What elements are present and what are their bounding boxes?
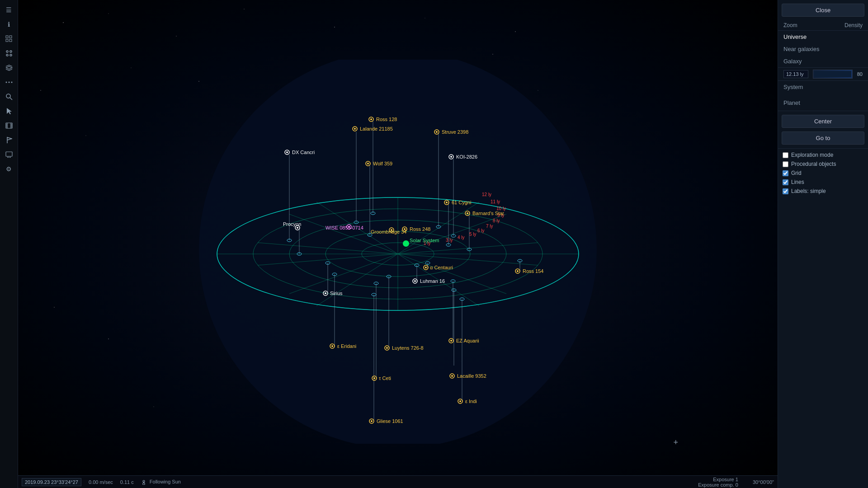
svg-point-127 [367, 163, 369, 164]
labels-input[interactable] [783, 188, 788, 194]
lines-checkbox[interactable]: Lines [778, 178, 868, 187]
menu-icon[interactable]: ☰ [3, 4, 15, 16]
svg-text:5 ly: 5 ly [469, 232, 476, 237]
svg-point-4 [6, 51, 8, 52]
svg-point-151 [425, 267, 427, 268]
close-button[interactable]: Close [782, 4, 864, 17]
datetime-display: 2019.09.23 23°33'24°27 [22, 478, 81, 486]
coordinate-display: 30°00'00" [753, 479, 774, 485]
svg-point-8 [5, 82, 7, 83]
svg-text:Sirius: Sirius [330, 291, 343, 296]
svg-point-148 [297, 227, 298, 229]
level-galaxy[interactable]: Galaxy [778, 55, 868, 67]
procedural-objects-checkbox[interactable]: Procedural objects [778, 160, 868, 169]
location-mode: Following Sun [141, 479, 181, 485]
labels-checkbox[interactable]: Labels: simple [778, 187, 868, 196]
grid-icon[interactable] [3, 33, 15, 45]
zoom-label: Zoom [783, 22, 797, 28]
svg-point-154 [414, 280, 416, 282]
svg-text:7 ly: 7 ly [486, 224, 493, 229]
zoom-density-controls: 12.13 ly 80 [778, 67, 868, 81]
grid-checkbox[interactable]: Grid [778, 169, 868, 178]
settings-icon[interactable]: ⚙ [3, 163, 15, 175]
svg-text:6 ly: 6 ly [477, 228, 485, 233]
svg-point-160 [517, 270, 519, 272]
svg-text:EZ Aquarii: EZ Aquarii [456, 338, 479, 343]
svg-rect-2 [6, 39, 8, 42]
svg-text:α Centauri: α Centauri [430, 265, 453, 270]
svg-point-130 [450, 156, 452, 158]
zoom-density-header: Zoom Density [778, 20, 868, 31]
svg-point-10 [11, 82, 12, 83]
dots-layer-icon[interactable] [3, 76, 15, 89]
svg-text:Gliese 1061: Gliese 1061 [377, 418, 403, 424]
svg-text:Ross 128: Ross 128 [376, 117, 397, 122]
search-icon[interactable] [3, 90, 15, 103]
goto-button[interactable]: Go to [782, 131, 864, 145]
speed-c-display: 0.11 c [120, 479, 134, 485]
svg-point-6 [6, 54, 8, 56]
svg-text:WISE 0855-0714: WISE 0855-0714 [326, 225, 363, 230]
filter-icon[interactable] [3, 47, 15, 60]
svg-point-37 [131, 67, 131, 68]
svg-text:Ross 154: Ross 154 [523, 268, 543, 274]
grid-label: Grid [791, 170, 802, 176]
status-bar: 2019.09.23 23°33'24°27 0.00 m/sec 0.11 c… [18, 475, 778, 488]
level-near-galaxies[interactable]: Near galaxies [778, 43, 868, 55]
svg-text:Barnard's Star: Barnard's Star [472, 211, 504, 216]
svg-point-33 [425, 18, 425, 19]
exposure-info: Exposure 1 Exposure comp. 0 [698, 477, 738, 488]
svg-text:Ross 248: Ross 248 [410, 226, 430, 232]
svg-text:Procyon: Procyon [283, 221, 301, 227]
density-value-display: 80 [857, 71, 863, 77]
svg-point-40 [492, 54, 493, 55]
svg-point-172 [451, 375, 453, 377]
grid-input[interactable] [783, 170, 788, 176]
svg-point-5 [10, 51, 12, 52]
svg-point-34 [515, 31, 515, 32]
svg-point-115 [370, 118, 372, 120]
crosshair: + [673, 438, 678, 447]
info-icon[interactable]: ℹ [3, 18, 15, 31]
layers-icon[interactable] [3, 61, 15, 74]
svg-point-169 [386, 347, 388, 349]
lines-label: Lines [791, 179, 804, 185]
center-button[interactable]: Center [782, 115, 864, 128]
svg-text:8 ly: 8 ly [493, 218, 500, 223]
svg-text:Groombridge 34: Groombridge 34 [371, 229, 407, 235]
density-label: Density [844, 22, 863, 28]
svg-text:Solar System: Solar System [410, 238, 439, 243]
svg-marker-13 [7, 108, 12, 114]
galaxy-map[interactable]: 12 ly 11 ly 10 ly 9 ly 8 ly 7 ly 6 ly 5 … [194, 60, 601, 444]
cursor-icon[interactable] [3, 105, 15, 117]
left-toolbar: ☰ ℹ [0, 0, 18, 488]
level-system[interactable]: System [778, 81, 868, 93]
svg-text:Lalande 21185: Lalande 21185 [360, 126, 393, 131]
svg-text:τ Ceti: τ Ceti [379, 375, 391, 381]
exploration-mode-input[interactable] [783, 152, 788, 158]
svg-point-124 [286, 151, 288, 153]
svg-point-133 [446, 202, 448, 203]
exploration-mode-checkbox[interactable]: Exploration mode [778, 150, 868, 160]
svg-text:4 ly: 4 ly [458, 235, 465, 240]
svg-point-166 [331, 345, 333, 347]
svg-text:Wolf 359: Wolf 359 [373, 161, 392, 166]
svg-point-31 [244, 9, 244, 9]
procedural-objects-input[interactable] [783, 161, 788, 167]
film-icon[interactable] [3, 119, 15, 132]
svg-text:Lacaille 9352: Lacaille 9352 [457, 373, 486, 379]
monitor-icon[interactable] [3, 148, 15, 161]
right-panel: Close Zoom Density Universe Near galaxie… [778, 0, 868, 488]
svg-text:3 ly: 3 ly [446, 238, 453, 243]
zoom-value-display: 12.13 ly [783, 70, 808, 78]
main-viewport[interactable]: 12 ly 11 ly 10 ly 9 ly 8 ly 7 ly 6 ly 5 … [18, 0, 778, 488]
svg-point-44 [54, 307, 55, 308]
level-planet[interactable]: Planet [778, 97, 868, 109]
svg-line-12 [10, 98, 12, 100]
lines-input[interactable] [783, 179, 788, 185]
level-universe[interactable]: Universe [778, 31, 868, 43]
svg-point-11 [6, 94, 10, 98]
svg-point-181 [371, 420, 373, 422]
svg-point-157 [325, 292, 326, 294]
flag-icon[interactable] [3, 134, 15, 146]
